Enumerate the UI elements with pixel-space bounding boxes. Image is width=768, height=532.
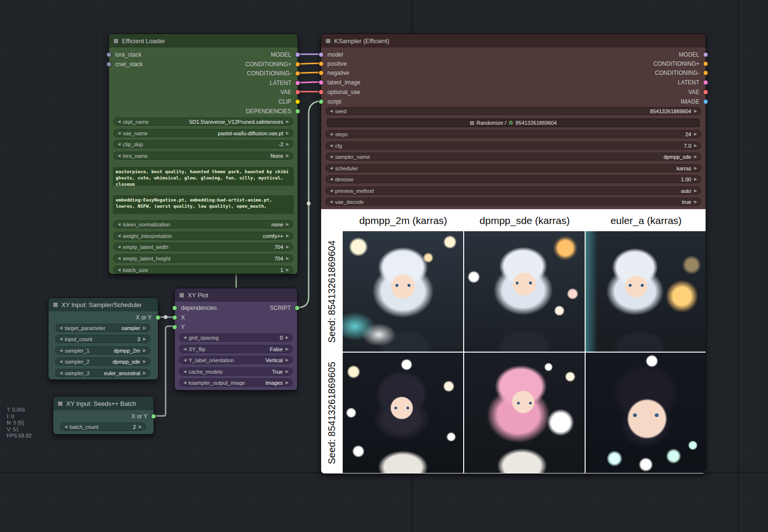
input-port-dependencies[interactable] [172, 306, 178, 311]
node-xy-input-seeds-batch[interactable]: XY Input: Seeds++ Batch X or Y ◀ batch_c… [53, 396, 154, 435]
decrement-icon[interactable]: ◀ [328, 154, 334, 159]
widget-sampler-2[interactable]: ◀ sampler_2 dpmpp_sde ▶ [55, 357, 150, 366]
collapse-icon[interactable] [53, 303, 58, 307]
decrement-icon[interactable]: ◀ [182, 347, 188, 351]
widget-vae-name[interactable]: ◀ vae_name pastel-waifu-diffusion.vae.pt… [113, 129, 293, 137]
output-port-conditioning-plus[interactable] [703, 61, 708, 67]
increment-icon[interactable]: ▶ [693, 200, 698, 204]
input-port-y[interactable] [172, 325, 178, 330]
increment-icon[interactable]: ▶ [285, 245, 290, 249]
increment-icon[interactable]: ▶ [284, 335, 290, 340]
node-ksampler-efficient[interactable]: KSampler (Efficient) model positive nega… [321, 34, 706, 474]
widget-y-label-orientation[interactable]: ◀ Y_label_orientation Vertical ▶ [179, 356, 293, 364]
node-header[interactable]: XY Input: Sampler/Scheduler [48, 298, 158, 311]
decrement-icon[interactable]: ◀ [116, 119, 122, 124]
increment-icon[interactable]: ▶ [693, 109, 698, 113]
output-port-script[interactable] [295, 306, 300, 311]
input-port-positive[interactable] [319, 61, 324, 67]
increment-icon[interactable]: ▶ [285, 142, 290, 146]
widget-scheduler[interactable]: ◀ scheduler karras ▶ [325, 164, 701, 172]
decrement-icon[interactable]: ◀ [182, 369, 188, 374]
increment-icon[interactable]: ▶ [285, 234, 290, 238]
widget-cfg[interactable]: ◀ cfg 7.0 ▶ [325, 142, 701, 150]
decrement-icon[interactable]: ◀ [328, 109, 334, 113]
output-port-latent[interactable] [295, 81, 300, 86]
node-header[interactable]: XY Input: Seeds++ Batch [53, 397, 154, 410]
increment-icon[interactable]: ▶ [693, 166, 698, 170]
increment-icon[interactable]: ▶ [284, 358, 290, 362]
decrement-icon[interactable]: ◀ [116, 245, 122, 249]
increment-icon[interactable]: ▶ [285, 119, 290, 124]
widget-vae-decode[interactable]: ◀ vae_decode true ▶ [325, 198, 701, 206]
widget-batch-count[interactable]: ◀ batch_count 2 ▶ [60, 423, 146, 431]
decrement-icon[interactable]: ◀ [116, 234, 122, 238]
widget-lora-name[interactable]: ◀ lora_name None ▶ [113, 152, 293, 160]
widget-cache-models[interactable]: ◀ cache_models True ▶ [179, 367, 293, 376]
collapse-icon[interactable] [58, 402, 62, 406]
collapse-icon[interactable] [326, 39, 330, 43]
widget-sampler-3[interactable]: ◀ sampler_3 euler_ancestral ▶ [55, 369, 150, 377]
input-port-latent-image[interactable] [319, 80, 324, 85]
decrement-icon[interactable]: ◀ [58, 326, 64, 330]
output-port-x-or-y[interactable] [151, 414, 156, 419]
widget-empty-latent-height[interactable]: ◀ empty_latent_height 704 ▶ [113, 254, 293, 262]
input-port-negative[interactable] [319, 71, 324, 76]
randomize-seed-button[interactable]: ⚄ Randomize / ♻ 85413261869604 [327, 118, 700, 127]
input-port-model[interactable] [319, 52, 324, 58]
widget-sampler-name[interactable]: ◀ sampler_name dpmpp_sde ▶ [325, 153, 701, 161]
node-graph-canvas[interactable]: T: 0.00s I: 0 N: 5 [5] V: 51 FPS:58.82 E… [0, 0, 768, 532]
increment-icon[interactable]: ▶ [693, 154, 698, 159]
collapse-icon[interactable] [114, 39, 118, 43]
increment-icon[interactable]: ▶ [285, 154, 290, 158]
decrement-icon[interactable]: ◀ [328, 166, 334, 170]
node-header[interactable]: Efficient Loader [109, 34, 298, 47]
increment-icon[interactable]: ▶ [693, 177, 698, 181]
increment-icon[interactable]: ▶ [142, 337, 147, 341]
increment-icon[interactable]: ▶ [142, 359, 147, 364]
output-port-latent[interactable] [703, 80, 708, 85]
increment-icon[interactable]: ▶ [285, 268, 290, 272]
decrement-icon[interactable]: ◀ [182, 335, 188, 340]
node-header[interactable]: KSampler (Efficient) [321, 34, 706, 47]
output-port-dependencies[interactable] [295, 109, 300, 114]
output-port-image[interactable] [703, 99, 708, 105]
decrement-icon[interactable]: ◀ [116, 154, 122, 158]
widget-token-normalization[interactable]: ◀ token_normalization none ▶ [113, 220, 293, 228]
increment-icon[interactable]: ▶ [285, 222, 290, 226]
output-port-vae[interactable] [295, 90, 300, 95]
widget-weight-interpretation[interactable]: ◀ weight_interpretation comfy++ ▶ [113, 232, 293, 240]
widget-target-parameter[interactable]: ◀ target_parameter sampler ▶ [55, 324, 150, 332]
widget-clip-skip[interactable]: ◀ clip_skip -2 ▶ [113, 140, 293, 148]
decrement-icon[interactable]: ◀ [58, 337, 64, 341]
input-port-cnet-stack[interactable] [107, 62, 112, 67]
input-port-script[interactable] [319, 99, 324, 105]
widget-denoise[interactable]: ◀ denoise 1.00 ▶ [325, 175, 701, 183]
decrement-icon[interactable]: ◀ [328, 189, 334, 193]
increment-icon[interactable]: ▶ [137, 425, 143, 429]
node-header[interactable]: XY Plot [175, 288, 297, 302]
decrement-icon[interactable]: ◀ [116, 256, 122, 260]
decrement-icon[interactable]: ◀ [328, 132, 334, 136]
output-port-clip[interactable] [295, 99, 300, 105]
widget-input-count[interactable]: ◀ input_count 3 ▶ [55, 335, 150, 343]
increment-icon[interactable]: ▶ [284, 380, 290, 385]
node-efficient-loader[interactable]: Efficient Loader lora_stack cnet_stack M… [108, 34, 298, 274]
widget-xy-flip[interactable]: ◀ XY_flip False ▶ [179, 345, 293, 353]
decrement-icon[interactable]: ◀ [182, 358, 188, 362]
decrement-icon[interactable]: ◀ [116, 222, 122, 226]
node-xy-input-sampler-scheduler[interactable]: XY Input: Sampler/Scheduler X or Y ◀ tar… [48, 297, 158, 380]
increment-icon[interactable]: ▶ [142, 348, 147, 353]
widget-sampler-1[interactable]: ◀ sampler_1 dpmpp_2m ▶ [55, 346, 150, 355]
widget-preview-method[interactable]: ◀ preview_method auto ▶ [325, 187, 701, 195]
collapse-icon[interactable] [180, 293, 184, 297]
increment-icon[interactable]: ▶ [284, 369, 290, 374]
node-xy-plot[interactable]: XY Plot dependencies X Y SCRIPT ◀ grid_s… [174, 288, 298, 390]
output-port-conditioning-plus[interactable] [295, 62, 300, 67]
increment-icon[interactable]: ▶ [142, 371, 147, 375]
input-port-optional-vae[interactable] [319, 90, 324, 95]
widget-ckpt-name[interactable]: ◀ ckpt_name SD1.5\aniverse_V12Pruned.saf… [113, 118, 293, 126]
widget-grid-spacing[interactable]: ◀ grid_spacing 0 ▶ [179, 333, 293, 342]
output-port-model[interactable] [703, 52, 708, 58]
widget-steps[interactable]: ◀ steps 24 ▶ [325, 130, 701, 138]
input-port-lora-stack[interactable] [107, 52, 112, 58]
